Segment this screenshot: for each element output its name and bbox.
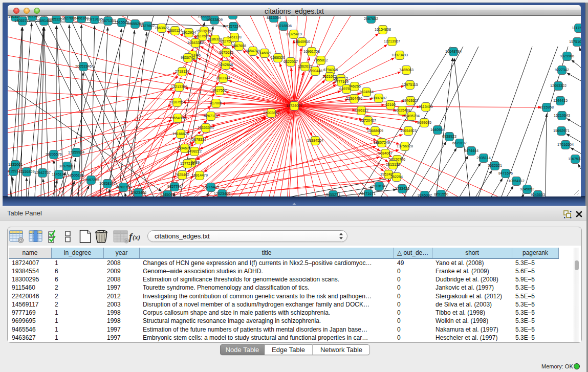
svg-text:7625402: 7625402 xyxy=(175,172,189,177)
svg-text:9084067: 9084067 xyxy=(378,151,393,156)
svg-text:8791550: 8791550 xyxy=(434,192,448,196)
svg-text:9115460: 9115460 xyxy=(419,104,432,109)
svg-text:15716485: 15716485 xyxy=(203,185,219,189)
svg-text:9455271: 9455271 xyxy=(326,192,340,196)
svg-text:2087652: 2087652 xyxy=(364,16,378,21)
svg-text:10958107: 10958107 xyxy=(99,181,116,186)
svg-text:8813054: 8813054 xyxy=(267,16,281,20)
svg-text:16914479: 16914479 xyxy=(191,173,208,178)
svg-text:8267110: 8267110 xyxy=(204,114,217,118)
svg-text:16210643: 16210643 xyxy=(554,113,570,118)
svg-text:9245091: 9245091 xyxy=(160,192,175,196)
svg-text:8471676: 8471676 xyxy=(498,171,513,176)
svg-text:16154808: 16154808 xyxy=(375,27,391,32)
svg-text:7485063: 7485063 xyxy=(399,68,413,72)
svg-text:62160: 62160 xyxy=(385,102,396,107)
svg-text:1733426: 1733426 xyxy=(395,186,409,191)
svg-text:9836742: 9836742 xyxy=(181,55,195,60)
svg-text:4498222: 4498222 xyxy=(187,149,202,154)
svg-text:12093322: 12093322 xyxy=(550,83,567,88)
svg-text:11156829: 11156829 xyxy=(19,169,35,174)
svg-text:1835061: 1835061 xyxy=(8,162,23,167)
svg-text:1527602: 1527602 xyxy=(140,24,155,28)
svg-text:3215958: 3215958 xyxy=(539,105,554,110)
svg-text:746266: 746266 xyxy=(349,84,361,89)
svg-text:1117523: 1117523 xyxy=(572,26,581,30)
svg-text:9527505: 9527505 xyxy=(195,34,209,38)
svg-text:12923466: 12923466 xyxy=(130,190,146,195)
svg-text:1640954: 1640954 xyxy=(430,127,445,132)
svg-text:6794028: 6794028 xyxy=(323,68,338,72)
svg-text:19654923: 19654923 xyxy=(400,128,417,133)
svg-text:10107554: 10107554 xyxy=(169,100,185,104)
svg-text:12213967: 12213967 xyxy=(384,39,400,43)
svg-text:18807249: 18807249 xyxy=(374,140,390,145)
svg-text:18640910: 18640910 xyxy=(294,39,310,44)
svg-text:9329966: 9329966 xyxy=(560,54,574,58)
svg-text:9777169: 9777169 xyxy=(334,79,349,84)
svg-text:17359924: 17359924 xyxy=(68,150,84,155)
svg-text:2803144: 2803144 xyxy=(216,76,230,80)
svg-text:6938923: 6938923 xyxy=(442,134,456,139)
svg-text:3675685: 3675685 xyxy=(219,50,233,55)
svg-text:417006: 417006 xyxy=(210,101,222,105)
svg-text:17957255: 17957255 xyxy=(83,178,99,182)
svg-text:9474444: 9474444 xyxy=(464,148,478,153)
svg-text:1244415: 1244415 xyxy=(553,98,568,103)
svg-text:5461128: 5461128 xyxy=(227,35,241,39)
svg-text:19218506: 19218506 xyxy=(275,24,292,28)
svg-text:1167533: 1167533 xyxy=(568,157,581,161)
svg-text:10654112: 10654112 xyxy=(508,179,524,183)
svg-text:1145194: 1145194 xyxy=(52,172,66,177)
svg-text:20053346: 20053346 xyxy=(75,64,92,69)
svg-text:7632621: 7632621 xyxy=(488,163,502,168)
svg-text:10973493: 10973493 xyxy=(391,53,408,57)
svg-text:15136141: 15136141 xyxy=(371,184,387,188)
svg-text:2867608: 2867608 xyxy=(232,43,246,48)
svg-text:1588520: 1588520 xyxy=(271,55,285,60)
svg-text:3912954: 3912954 xyxy=(182,30,196,35)
svg-text:19384554: 19384554 xyxy=(307,138,323,143)
svg-text:9245653: 9245653 xyxy=(531,192,545,196)
svg-text:12975115: 12975115 xyxy=(402,82,418,87)
svg-text:1577213: 1577213 xyxy=(180,161,194,166)
svg-text:8427552: 8427552 xyxy=(212,88,227,93)
svg-text:7663822: 7663822 xyxy=(155,26,169,30)
svg-text:1990448: 1990448 xyxy=(308,69,322,73)
svg-text:23002833: 23002833 xyxy=(263,111,279,115)
svg-text:21364436: 21364436 xyxy=(346,96,362,101)
svg-text:10807487: 10807487 xyxy=(371,96,387,100)
svg-text:8155726: 8155726 xyxy=(226,16,240,17)
svg-text:9146821: 9146821 xyxy=(257,51,272,55)
svg-text:16782759: 16782759 xyxy=(115,185,132,189)
svg-text:10688609: 10688609 xyxy=(367,128,383,133)
svg-text:16648784: 16648784 xyxy=(445,49,462,54)
svg-text:18724007: 18724007 xyxy=(286,103,302,108)
svg-text:2718120: 2718120 xyxy=(175,69,189,74)
svg-text:12942757: 12942757 xyxy=(34,170,51,175)
svg-text:12213369: 12213369 xyxy=(171,84,187,89)
svg-text:18495794: 18495794 xyxy=(403,114,420,118)
svg-text:11325419: 11325419 xyxy=(286,32,301,36)
svg-text:17016504: 17016504 xyxy=(557,142,574,147)
svg-text:1615132: 1615132 xyxy=(386,162,400,167)
svg-text:5678334: 5678334 xyxy=(192,137,206,142)
svg-text:9245092: 9245092 xyxy=(418,193,432,196)
svg-text:19654985: 19654985 xyxy=(169,116,186,120)
svg-text:11353594: 11353594 xyxy=(198,125,213,130)
svg-text:6679197: 6679197 xyxy=(452,141,467,145)
svg-text:7955812: 7955812 xyxy=(314,58,328,62)
svg-text:16543382: 16543382 xyxy=(187,40,204,45)
svg-text:1362615: 1362615 xyxy=(298,64,312,69)
svg-text:15720407: 15720407 xyxy=(360,118,376,123)
svg-text:8471671: 8471671 xyxy=(361,191,376,196)
svg-text:9699695: 9699695 xyxy=(417,120,431,125)
svg-text:19756928: 19756928 xyxy=(397,144,413,148)
svg-text:16033809: 16033809 xyxy=(206,17,223,22)
svg-text:19463627: 19463627 xyxy=(402,98,419,103)
svg-text:19166825: 19166825 xyxy=(172,132,189,136)
svg-text:9245652: 9245652 xyxy=(520,187,534,191)
svg-text:12023466: 12023466 xyxy=(214,191,230,196)
svg-text:252254: 252254 xyxy=(390,174,403,179)
svg-text:3624554: 3624554 xyxy=(359,90,374,94)
